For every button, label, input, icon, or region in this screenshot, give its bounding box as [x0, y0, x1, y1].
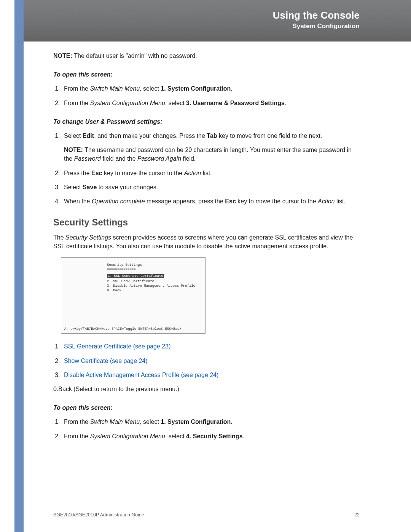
step: From the Switch Main Menu, select 1. Sys…	[62, 417, 360, 426]
link-disable-profile[interactable]: Disable Active Management Access Profile…	[64, 372, 218, 378]
step: From the System Configuration Menu, sele…	[62, 99, 360, 107]
footer-guide-name: SGE2010/SGE2010P Administration Guide	[53, 512, 144, 518]
back-option: 0.Back (Select to return to the previous…	[53, 385, 360, 393]
change-settings-steps: Select Edit, and then make your changes.…	[53, 131, 360, 206]
console-rule: ==============	[107, 267, 202, 271]
step: Press the Esc key to move the cursor to …	[62, 169, 360, 177]
security-links-list: SSL Generate Certificate (see page 23) S…	[53, 342, 360, 379]
step: When the Operation complete message appe…	[62, 197, 360, 206]
subhead-open-screen-2: To open this screen:	[53, 403, 360, 412]
subhead-open-screen-1: To open this screen:	[53, 70, 360, 79]
link-show-certificate[interactable]: Show Certificate (see page 24)	[64, 358, 148, 364]
console-menu-item: 0. Back	[107, 289, 202, 292]
console-menu-item: 2. SSL Show Certificate	[107, 280, 202, 283]
console-screenshot: Security Settings ============== 1. SSL …	[61, 257, 206, 334]
console-title: Security Settings	[107, 263, 202, 267]
section-heading-security-settings: Security Settings	[53, 217, 360, 228]
header-band: Using the Console System Configuration	[24, 0, 411, 42]
step: Select Edit, and then make your changes.…	[62, 131, 360, 163]
header-title: Using the Console	[273, 10, 360, 21]
subhead-change-settings: To change User & Password settings:	[53, 117, 360, 126]
console-menu-item-selected: 1. SSL Generate Certificate	[107, 274, 164, 278]
page: Using the Console System Configuration N…	[0, 0, 411, 532]
console-menu-item: 3. Disable Active Management Access Prof…	[107, 284, 202, 288]
page-footer: SGE2010/SGE2010P Administration Guide 22	[53, 512, 360, 518]
step: From the Switch Main Menu, select 1. Sys…	[62, 84, 360, 93]
list-item: Disable Active Management Access Profile…	[62, 371, 360, 379]
content: NOTE: The default user is "admin" with n…	[53, 51, 360, 446]
side-accent-bar	[14, 0, 24, 532]
console-footer-hint: ArrowKey/TAB/BACK=Move SPACE=Toggle ENTE…	[64, 327, 182, 331]
link-ssl-generate[interactable]: SSL Generate Certificate (see page 23)	[64, 343, 170, 350]
step: Select Save to save your changes.	[62, 183, 360, 192]
open-screen-steps-1: From the Switch Main Menu, select 1. Sys…	[53, 84, 360, 107]
list-item: Show Certificate (see page 24)	[62, 356, 360, 365]
open-screen-steps-2: From the Switch Main Menu, select 1. Sys…	[53, 417, 360, 440]
note-label: NOTE:	[53, 53, 74, 59]
footer-page-number: 22	[354, 512, 360, 518]
console-inner: Security Settings ============== 1. SSL …	[61, 258, 205, 292]
note-password-length: NOTE: The username and password can be 2…	[64, 145, 360, 163]
step: From the System Configuration Menu, sele…	[62, 432, 360, 441]
note-default-user: NOTE: The default user is "admin" with n…	[53, 51, 360, 60]
list-item: SSL Generate Certificate (see page 23)	[62, 342, 360, 351]
security-settings-intro: The Security Settings screen provides ac…	[53, 233, 360, 251]
header-subtitle: System Configuration	[292, 22, 360, 30]
note-text: The default user is "admin" with no pass…	[74, 53, 197, 59]
